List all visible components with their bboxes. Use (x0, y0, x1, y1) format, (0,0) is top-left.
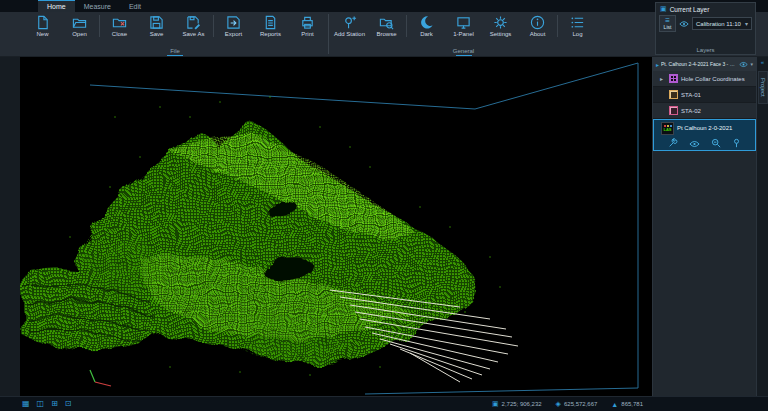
ribbon-separator (99, 15, 100, 37)
ribbon-tab-bar: Home Measure Edit (0, 0, 768, 12)
collapse-panel-icon[interactable]: « (761, 59, 764, 65)
point-cloud (22, 124, 477, 365)
layers-tree-panel: ▸ Pt. Calhoun 2-4-2021 Face 3 - MOD ▾ ▸ … (652, 57, 756, 396)
z-coordinate-icon: ▲ (611, 401, 618, 408)
station-thumb-icon (669, 90, 678, 99)
left-rail (0, 57, 20, 396)
settings-button[interactable]: Settings (482, 12, 519, 47)
status-bar: ▦ ◫ ⊞ ⊡ ▣2,725; 906,232 ◈625,572,667 ▲86… (0, 396, 768, 411)
tab-edit[interactable]: Edit (120, 0, 150, 12)
current-layer-title: Current Layer (670, 6, 710, 13)
tree-item-hole-collar[interactable]: ▸ Hole Collar Coordinates (653, 71, 756, 87)
print-icon (300, 15, 315, 30)
eye-icon[interactable] (739, 61, 748, 68)
layer-visibility-icon[interactable] (679, 20, 689, 28)
project-icon: ▸ (656, 61, 659, 68)
tab-home[interactable]: Home (38, 0, 75, 12)
group-label-file: File (170, 48, 180, 54)
coordinate-readout: ▣2,725; 906,232 ◈625,572,667 ▲865,781 (492, 400, 643, 408)
zoom-out-icon[interactable] (711, 134, 721, 152)
moon-icon (419, 15, 434, 30)
layers-caption: Layers (656, 47, 755, 53)
marker-icon[interactable] (732, 134, 741, 152)
current-layer-panel: ▣ Current Layer ≡ List Calibration 11:10… (655, 2, 756, 55)
grid-view-icon[interactable]: ▦ (22, 400, 30, 408)
viewport-3d[interactable] (20, 57, 652, 396)
list-icon: ≡ (665, 17, 670, 24)
ribbon-group-file: New Open Close Save Save As Exp (24, 12, 326, 56)
log-icon (570, 15, 585, 30)
export-button[interactable]: Export (215, 12, 252, 47)
save-as-button[interactable]: Save As (175, 12, 212, 47)
tree-item-sta-02[interactable]: STA-02 (653, 103, 756, 119)
reports-button[interactable]: Reports (252, 12, 289, 47)
split-view-icon[interactable]: ◫ (37, 400, 45, 408)
coordinate-y: 625,572,667 (564, 401, 597, 407)
close-file-icon (112, 15, 127, 30)
ribbon-separator (406, 15, 407, 37)
ribbon-group-general: Add Station Browse Dark 1-Panel Settings (331, 12, 596, 56)
x-coordinate-icon: ▣ (492, 400, 499, 408)
selected-item-toolbar (654, 136, 755, 150)
new-button[interactable]: New (24, 12, 61, 47)
export-icon (226, 15, 241, 30)
about-button[interactable]: About (519, 12, 556, 47)
one-panel-button[interactable]: 1-Panel (445, 12, 482, 47)
coordinate-x: 2,725; 906,232 (502, 401, 542, 407)
add-view-icon[interactable]: ⊞ (51, 400, 58, 408)
print-button[interactable]: Print (289, 12, 326, 47)
expander-icon[interactable]: ▸ (660, 75, 666, 82)
fit-view-icon[interactable]: ⊡ (65, 400, 72, 408)
tree-item-pt-calhoun-selected[interactable]: LAS Pt Calhoun 2-0-2021 (653, 119, 756, 151)
add-station-icon (342, 15, 357, 30)
tree-item-sta-01[interactable]: STA-01 (653, 87, 756, 103)
info-icon (530, 15, 545, 30)
add-station-button[interactable]: Add Station (331, 12, 368, 47)
browse-button[interactable]: Browse (368, 12, 405, 47)
save-icon (149, 15, 164, 30)
ribbon-separator (213, 15, 214, 37)
wrench-icon[interactable] (668, 134, 678, 152)
tree-header-label: Pt. Calhoun 2-4-2021 Face 3 - MOD (661, 61, 737, 67)
save-button[interactable]: Save (138, 12, 175, 47)
ribbon-group-separator (328, 14, 329, 54)
open-icon (72, 15, 87, 30)
group-label-general: General (453, 48, 474, 54)
save-as-icon (186, 15, 201, 30)
current-layer-dropdown[interactable]: Calibration 11:10 ▾ (692, 17, 752, 30)
new-icon (35, 15, 50, 30)
list-button[interactable]: ≡ List (659, 15, 676, 32)
tab-measure[interactable]: Measure (75, 0, 120, 12)
open-button[interactable]: Open (61, 12, 98, 47)
dark-mode-button[interactable]: Dark (408, 12, 445, 47)
layer-panel-icon: ▣ (660, 5, 667, 13)
coordinates-grid-icon (669, 74, 678, 83)
tree-menu-icon[interactable]: ▾ (750, 61, 753, 67)
axis-gizmo (90, 370, 111, 386)
station-thumb-icon (669, 106, 678, 115)
coordinate-z: 865,781 (621, 401, 643, 407)
point-cloud-scene (20, 57, 652, 396)
chevron-down-icon: ▾ (745, 20, 748, 27)
monitor-icon (456, 15, 471, 30)
close-button[interactable]: Close (101, 12, 138, 47)
tree-header[interactable]: ▸ Pt. Calhoun 2-4-2021 Face 3 - MOD ▾ (653, 57, 756, 71)
ribbon: New Open Close Save Save As Exp (0, 12, 768, 57)
side-dock-strip: « Project (756, 57, 768, 396)
log-button[interactable]: Log (559, 12, 596, 47)
reports-icon (263, 15, 278, 30)
browse-icon (379, 15, 394, 30)
tab-project[interactable]: Project (758, 71, 768, 104)
y-coordinate-icon: ◈ (556, 400, 561, 408)
visibility-icon[interactable] (689, 134, 700, 152)
ribbon-separator (557, 15, 558, 37)
gear-icon (493, 15, 508, 30)
las-file-icon: LAS (661, 122, 674, 135)
